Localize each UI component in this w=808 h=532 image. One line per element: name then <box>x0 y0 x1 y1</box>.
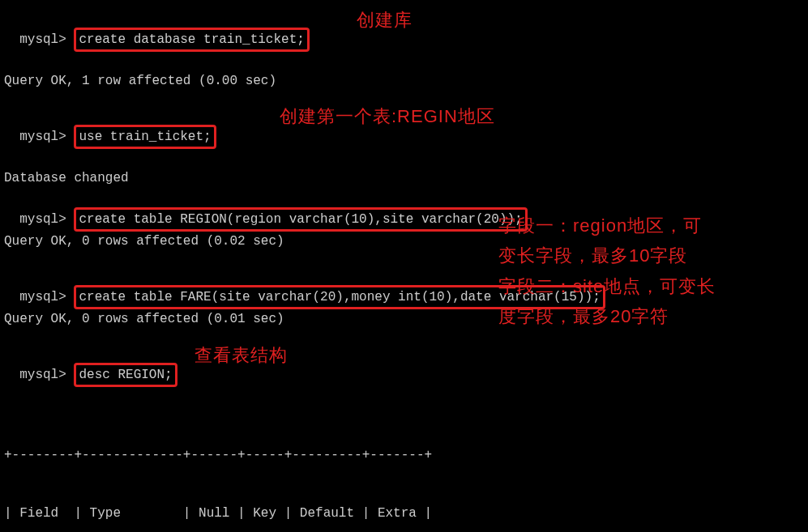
terminal-line: mysql> use train_ticket; 创建第一个表:REGIN地区 <box>4 105 804 168</box>
command-text: create database train_ticket; <box>79 32 304 47</box>
annotation-field-description: 字段一：region地区，可 变长字段，最多10字段 字段二：site地点，可变… <box>498 211 806 332</box>
annotation-create-db: 创建库 <box>357 6 413 33</box>
command-text: use train_ticket; <box>79 130 211 144</box>
highlighted-command: create database train_ticket; <box>74 28 309 52</box>
annotation-line: 度字段，最多20字符 <box>498 301 806 331</box>
table-header: | Field | Type | Null | Key | Default | … <box>4 504 804 523</box>
mysql-prompt: mysql> <box>19 368 66 382</box>
command-text: desc REGION; <box>79 368 172 382</box>
annotation-create-first-table: 创建第一个表:REGIN地区 <box>280 103 495 130</box>
command-text: create table REGION(region varchar(10),s… <box>79 212 522 227</box>
terminal-line: Database changed <box>4 168 804 188</box>
terminal-line: mysql> create database train_ticket; 创建库 <box>4 8 804 71</box>
mysql-prompt: mysql> <box>19 32 66 47</box>
terminal-line: mysql> desc REGION; 查看表结构 <box>4 343 804 406</box>
mysql-prompt: mysql> <box>19 290 66 304</box>
annotation-line: 变长字段，最多10字段 <box>498 240 806 270</box>
annotation-line: 字段二：site地点，可变长 <box>498 271 806 301</box>
highlighted-command: desc REGION; <box>74 363 177 387</box>
highlighted-command: use train_ticket; <box>74 125 216 149</box>
mysql-prompt: mysql> <box>19 212 66 227</box>
annotation-line: 字段一：region地区，可 <box>498 211 806 240</box>
annotation-view-structure: 查看表结构 <box>195 342 288 368</box>
table-border: +--------+-------------+------+-----+---… <box>4 445 804 465</box>
desc-region-table: +--------+-------------+------+-----+---… <box>4 406 804 532</box>
mysql-prompt: mysql> <box>19 130 66 144</box>
highlighted-command: create table REGION(region varchar(10),s… <box>74 207 527 232</box>
terminal-line: Query OK, 1 row affected (0.00 sec) <box>4 71 804 91</box>
